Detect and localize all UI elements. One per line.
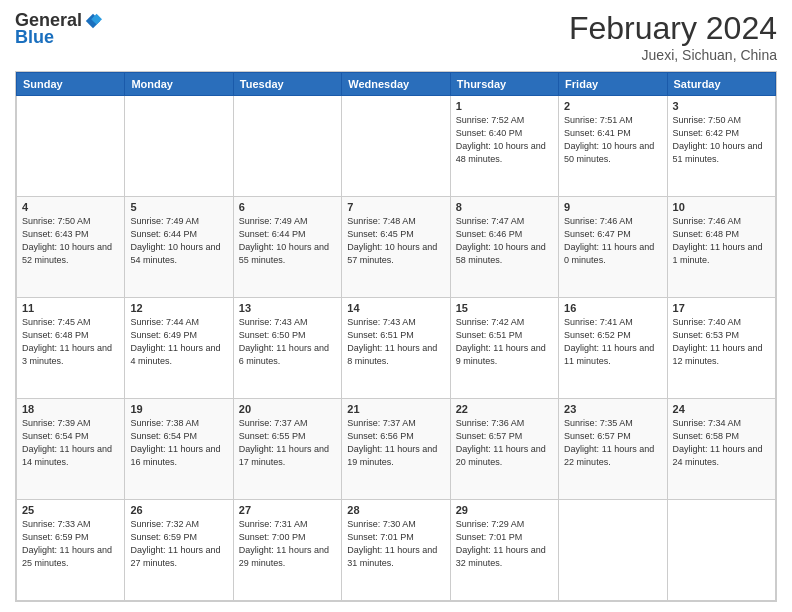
day-number: 19: [130, 403, 227, 415]
day-number: 9: [564, 201, 661, 213]
day-number: 28: [347, 504, 444, 516]
week-row: 4Sunrise: 7:50 AMSunset: 6:43 PMDaylight…: [17, 197, 776, 298]
calendar-cell: 23Sunrise: 7:35 AMSunset: 6:57 PMDayligh…: [559, 399, 667, 500]
calendar-cell: 22Sunrise: 7:36 AMSunset: 6:57 PMDayligh…: [450, 399, 558, 500]
calendar: SundayMondayTuesdayWednesdayThursdayFrid…: [15, 71, 777, 602]
day-number: 21: [347, 403, 444, 415]
day-number: 8: [456, 201, 553, 213]
day-number: 16: [564, 302, 661, 314]
calendar-cell: 16Sunrise: 7:41 AMSunset: 6:52 PMDayligh…: [559, 298, 667, 399]
calendar-cell: [17, 96, 125, 197]
day-info: Sunrise: 7:47 AMSunset: 6:46 PMDaylight:…: [456, 215, 553, 267]
day-header-tuesday: Tuesday: [233, 73, 341, 96]
calendar-cell: 20Sunrise: 7:37 AMSunset: 6:55 PMDayligh…: [233, 399, 341, 500]
calendar-cell: [667, 500, 775, 601]
day-number: 20: [239, 403, 336, 415]
day-info: Sunrise: 7:37 AMSunset: 6:56 PMDaylight:…: [347, 417, 444, 469]
day-info: Sunrise: 7:49 AMSunset: 6:44 PMDaylight:…: [130, 215, 227, 267]
day-info: Sunrise: 7:40 AMSunset: 6:53 PMDaylight:…: [673, 316, 770, 368]
day-info: Sunrise: 7:46 AMSunset: 6:47 PMDaylight:…: [564, 215, 661, 267]
page-subtitle: Juexi, Sichuan, China: [569, 47, 777, 63]
day-info: Sunrise: 7:43 AMSunset: 6:51 PMDaylight:…: [347, 316, 444, 368]
day-info: Sunrise: 7:31 AMSunset: 7:00 PMDaylight:…: [239, 518, 336, 570]
day-number: 29: [456, 504, 553, 516]
calendar-cell: 18Sunrise: 7:39 AMSunset: 6:54 PMDayligh…: [17, 399, 125, 500]
calendar-cell: 27Sunrise: 7:31 AMSunset: 7:00 PMDayligh…: [233, 500, 341, 601]
day-header-sunday: Sunday: [17, 73, 125, 96]
calendar-body: 1Sunrise: 7:52 AMSunset: 6:40 PMDaylight…: [17, 96, 776, 601]
calendar-cell: 7Sunrise: 7:48 AMSunset: 6:45 PMDaylight…: [342, 197, 450, 298]
day-info: Sunrise: 7:41 AMSunset: 6:52 PMDaylight:…: [564, 316, 661, 368]
day-info: Sunrise: 7:39 AMSunset: 6:54 PMDaylight:…: [22, 417, 119, 469]
day-info: Sunrise: 7:50 AMSunset: 6:43 PMDaylight:…: [22, 215, 119, 267]
day-info: Sunrise: 7:33 AMSunset: 6:59 PMDaylight:…: [22, 518, 119, 570]
day-number: 12: [130, 302, 227, 314]
day-number: 13: [239, 302, 336, 314]
calendar-cell: 6Sunrise: 7:49 AMSunset: 6:44 PMDaylight…: [233, 197, 341, 298]
day-info: Sunrise: 7:48 AMSunset: 6:45 PMDaylight:…: [347, 215, 444, 267]
calendar-cell: 3Sunrise: 7:50 AMSunset: 6:42 PMDaylight…: [667, 96, 775, 197]
calendar-cell: 29Sunrise: 7:29 AMSunset: 7:01 PMDayligh…: [450, 500, 558, 601]
day-info: Sunrise: 7:36 AMSunset: 6:57 PMDaylight:…: [456, 417, 553, 469]
logo-icon: [84, 12, 102, 30]
title-block: February 2024 Juexi, Sichuan, China: [569, 10, 777, 63]
day-number: 22: [456, 403, 553, 415]
calendar-cell: [559, 500, 667, 601]
day-info: Sunrise: 7:50 AMSunset: 6:42 PMDaylight:…: [673, 114, 770, 166]
day-number: 26: [130, 504, 227, 516]
calendar-cell: 5Sunrise: 7:49 AMSunset: 6:44 PMDaylight…: [125, 197, 233, 298]
day-header-monday: Monday: [125, 73, 233, 96]
day-info: Sunrise: 7:35 AMSunset: 6:57 PMDaylight:…: [564, 417, 661, 469]
day-info: Sunrise: 7:38 AMSunset: 6:54 PMDaylight:…: [130, 417, 227, 469]
day-number: 23: [564, 403, 661, 415]
day-info: Sunrise: 7:49 AMSunset: 6:44 PMDaylight:…: [239, 215, 336, 267]
day-number: 14: [347, 302, 444, 314]
calendar-cell: 15Sunrise: 7:42 AMSunset: 6:51 PMDayligh…: [450, 298, 558, 399]
day-number: 6: [239, 201, 336, 213]
calendar-cell: [342, 96, 450, 197]
day-header-thursday: Thursday: [450, 73, 558, 96]
calendar-cell: 26Sunrise: 7:32 AMSunset: 6:59 PMDayligh…: [125, 500, 233, 601]
day-number: 4: [22, 201, 119, 213]
calendar-header: SundayMondayTuesdayWednesdayThursdayFrid…: [17, 73, 776, 96]
day-number: 25: [22, 504, 119, 516]
calendar-cell: 13Sunrise: 7:43 AMSunset: 6:50 PMDayligh…: [233, 298, 341, 399]
calendar-cell: 2Sunrise: 7:51 AMSunset: 6:41 PMDaylight…: [559, 96, 667, 197]
calendar-cell: [125, 96, 233, 197]
day-number: 11: [22, 302, 119, 314]
day-info: Sunrise: 7:45 AMSunset: 6:48 PMDaylight:…: [22, 316, 119, 368]
day-header-saturday: Saturday: [667, 73, 775, 96]
logo: General Blue: [15, 10, 102, 48]
calendar-cell: 28Sunrise: 7:30 AMSunset: 7:01 PMDayligh…: [342, 500, 450, 601]
calendar-cell: 1Sunrise: 7:52 AMSunset: 6:40 PMDaylight…: [450, 96, 558, 197]
day-info: Sunrise: 7:30 AMSunset: 7:01 PMDaylight:…: [347, 518, 444, 570]
day-info: Sunrise: 7:44 AMSunset: 6:49 PMDaylight:…: [130, 316, 227, 368]
day-info: Sunrise: 7:32 AMSunset: 6:59 PMDaylight:…: [130, 518, 227, 570]
day-number: 1: [456, 100, 553, 112]
day-number: 3: [673, 100, 770, 112]
day-number: 18: [22, 403, 119, 415]
calendar-cell: 17Sunrise: 7:40 AMSunset: 6:53 PMDayligh…: [667, 298, 775, 399]
calendar-cell: 24Sunrise: 7:34 AMSunset: 6:58 PMDayligh…: [667, 399, 775, 500]
day-info: Sunrise: 7:29 AMSunset: 7:01 PMDaylight:…: [456, 518, 553, 570]
calendar-cell: 19Sunrise: 7:38 AMSunset: 6:54 PMDayligh…: [125, 399, 233, 500]
page: General Blue February 2024 Juexi, Sichua…: [0, 0, 792, 612]
days-row: SundayMondayTuesdayWednesdayThursdayFrid…: [17, 73, 776, 96]
calendar-cell: 21Sunrise: 7:37 AMSunset: 6:56 PMDayligh…: [342, 399, 450, 500]
logo-blue: Blue: [15, 27, 54, 48]
week-row: 18Sunrise: 7:39 AMSunset: 6:54 PMDayligh…: [17, 399, 776, 500]
day-info: Sunrise: 7:46 AMSunset: 6:48 PMDaylight:…: [673, 215, 770, 267]
calendar-cell: 14Sunrise: 7:43 AMSunset: 6:51 PMDayligh…: [342, 298, 450, 399]
day-info: Sunrise: 7:51 AMSunset: 6:41 PMDaylight:…: [564, 114, 661, 166]
calendar-cell: [233, 96, 341, 197]
day-info: Sunrise: 7:42 AMSunset: 6:51 PMDaylight:…: [456, 316, 553, 368]
calendar-table: SundayMondayTuesdayWednesdayThursdayFrid…: [16, 72, 776, 601]
header: General Blue February 2024 Juexi, Sichua…: [15, 10, 777, 63]
day-number: 5: [130, 201, 227, 213]
day-info: Sunrise: 7:37 AMSunset: 6:55 PMDaylight:…: [239, 417, 336, 469]
day-number: 24: [673, 403, 770, 415]
day-number: 17: [673, 302, 770, 314]
day-header-wednesday: Wednesday: [342, 73, 450, 96]
calendar-cell: 25Sunrise: 7:33 AMSunset: 6:59 PMDayligh…: [17, 500, 125, 601]
calendar-cell: 10Sunrise: 7:46 AMSunset: 6:48 PMDayligh…: [667, 197, 775, 298]
